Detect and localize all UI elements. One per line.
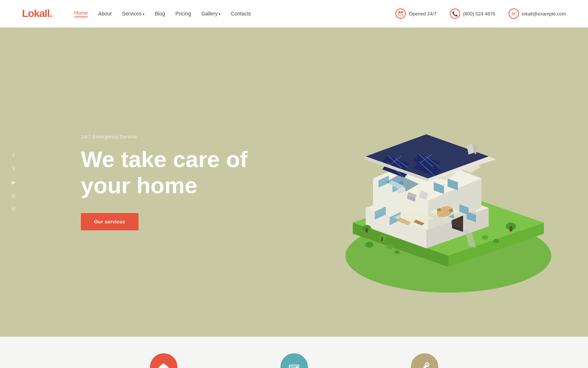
- services-icons-section: [0, 337, 588, 368]
- email-icon: ✉: [509, 8, 519, 19]
- house-svg: [309, 64, 559, 300]
- clock-icon: ⏰: [395, 8, 406, 19]
- ac-service-icon[interactable]: [280, 353, 308, 368]
- nav-blog[interactable]: Blog: [155, 11, 165, 17]
- svg-point-68: [493, 239, 499, 243]
- svg-marker-73: [158, 363, 169, 368]
- svg-point-62: [365, 242, 373, 248]
- hero-illustration: [309, 64, 559, 300]
- header-contact-info: ⏰ Opened 24/7 📞 (800) 524 4876 ✉ lokall@…: [395, 8, 566, 19]
- hours-label: Opened 24/7: [409, 11, 436, 17]
- svg-rect-61: [381, 237, 383, 241]
- home-service-icon[interactable]: [150, 353, 178, 368]
- svg-point-65: [387, 244, 392, 249]
- phone-number: (800) 524 4876: [463, 11, 495, 17]
- cta-button[interactable]: Our services: [81, 213, 139, 230]
- ac-icon-svg: [287, 360, 301, 368]
- svg-point-67: [482, 235, 488, 240]
- header: Lokall. Home About Services Blog Pricing…: [0, 0, 588, 28]
- logo-dot: .: [50, 8, 52, 19]
- logo[interactable]: Lokall.: [22, 8, 52, 20]
- nav-about[interactable]: About: [98, 11, 112, 17]
- svg-point-66: [394, 250, 399, 254]
- facebook-icon[interactable]: f: [10, 152, 17, 159]
- email-info: ✉ lokall@example.com: [509, 8, 566, 19]
- linkedin-icon[interactable]: in: [10, 205, 17, 212]
- logo-text: Lokall: [22, 8, 50, 19]
- hero-title-line2: your home: [81, 173, 197, 198]
- hero-section: f 𝕏 ▶ ◎ in 24/7 Emergency Service We tak…: [0, 28, 588, 337]
- hero-title-line1: We take care of: [81, 146, 248, 172]
- main-nav: Home About Services Blog Pricing Gallery…: [74, 10, 251, 17]
- phone-info: 📞 (800) 524 4876: [450, 8, 495, 19]
- hours-info: ⏰ Opened 24/7: [395, 8, 436, 19]
- nav-contacts[interactable]: Contacts: [231, 11, 251, 17]
- social-bar: f 𝕏 ▶ ◎ in: [10, 152, 17, 212]
- hero-title: We take care of your home: [81, 146, 248, 199]
- service-icon-2: [280, 353, 308, 368]
- hero-subtitle: 24/7 Emergency Service: [81, 134, 248, 139]
- home-icon-svg: [157, 360, 171, 368]
- tools-icon-svg: [417, 360, 431, 368]
- instagram-icon[interactable]: ◎: [10, 192, 17, 199]
- nav-services[interactable]: Services: [122, 11, 144, 17]
- phone-icon: 📞: [450, 8, 460, 19]
- nav-pricing[interactable]: Pricing: [175, 11, 191, 17]
- hero-content: 24/7 Emergency Service We take care of y…: [81, 134, 248, 231]
- svg-rect-64: [510, 226, 512, 231]
- nav-gallery[interactable]: Gallery: [201, 11, 220, 17]
- nav-home[interactable]: Home: [74, 10, 88, 17]
- service-icon-3: [411, 353, 438, 368]
- service-icon-1: [150, 353, 178, 368]
- email-address: lokall@example.com: [522, 11, 566, 17]
- svg-rect-59: [366, 228, 368, 233]
- twitter-icon[interactable]: 𝕏: [10, 166, 17, 172]
- tools-service-icon[interactable]: [411, 353, 438, 368]
- youtube-icon[interactable]: ▶: [10, 179, 17, 185]
